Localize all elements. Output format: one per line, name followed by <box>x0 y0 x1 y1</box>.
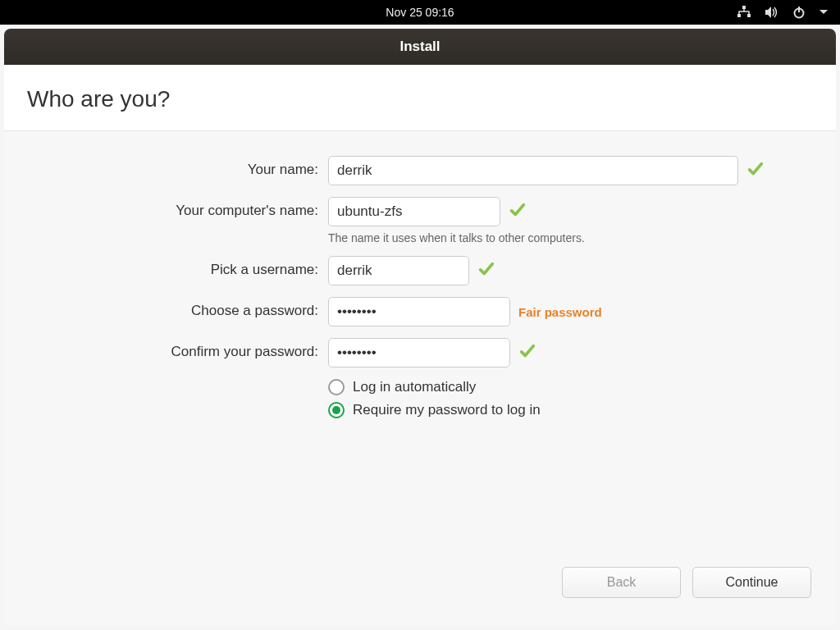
top-bar: Nov 25 09:16 <box>0 0 840 25</box>
radio-icon <box>328 402 345 418</box>
window-titlebar: Install <box>4 29 836 65</box>
header-section: Who are you? <box>4 65 836 131</box>
window-body: Who are you? Your name: Your computer's … <box>4 65 836 626</box>
radio-require-password[interactable]: Require my password to log in <box>328 402 541 418</box>
system-tray <box>737 0 829 25</box>
radio-icon <box>328 379 345 395</box>
checkmark-icon <box>509 201 527 222</box>
continue-button[interactable]: Continue <box>692 567 811 598</box>
password-label: Choose a password: <box>29 297 328 319</box>
user-setup-form: Your name: Your computer's name: <box>4 131 836 445</box>
row-confirm-password: Confirm your password: <box>29 338 811 368</box>
computer-name-input[interactable] <box>328 197 500 226</box>
svg-rect-2 <box>747 14 751 17</box>
password-strength: Fair password <box>518 305 602 319</box>
row-login-options: Log in automatically Require my password… <box>29 379 811 425</box>
your-name-input[interactable] <box>328 156 738 185</box>
computer-name-hint: The name it uses when it talks to other … <box>328 231 585 244</box>
row-username: Pick a username: <box>29 256 811 285</box>
your-name-label: Your name: <box>29 156 328 178</box>
confirm-password-input[interactable] <box>328 338 510 368</box>
volume-icon[interactable] <box>765 6 779 19</box>
footer-buttons: Back Continue <box>4 567 836 626</box>
checkmark-icon <box>746 160 765 181</box>
checkmark-icon <box>477 260 495 281</box>
row-computer-name: Your computer's name: The name it uses w… <box>29 197 811 244</box>
radio-require-password-label: Require my password to log in <box>353 402 541 418</box>
clock[interactable]: Nov 25 09:16 <box>386 6 454 19</box>
chevron-down-icon[interactable] <box>819 7 829 17</box>
power-icon[interactable] <box>792 6 806 19</box>
window-title: Install <box>399 39 440 55</box>
password-input[interactable] <box>328 297 510 326</box>
radio-login-auto-label: Log in automatically <box>353 379 476 395</box>
back-button[interactable]: Back <box>562 567 681 598</box>
computer-name-label: Your computer's name: <box>29 197 328 219</box>
svg-rect-0 <box>742 6 746 9</box>
row-your-name: Your name: <box>29 156 811 185</box>
row-password: Choose a password: Fair password <box>29 297 811 326</box>
username-input[interactable] <box>328 256 469 285</box>
radio-login-auto[interactable]: Log in automatically <box>328 379 541 395</box>
username-label: Pick a username: <box>29 256 328 278</box>
network-icon[interactable] <box>737 6 751 19</box>
checkmark-icon <box>518 342 536 363</box>
page-title: Who are you? <box>27 86 813 112</box>
confirm-password-label: Confirm your password: <box>29 338 328 360</box>
svg-rect-1 <box>737 14 741 17</box>
